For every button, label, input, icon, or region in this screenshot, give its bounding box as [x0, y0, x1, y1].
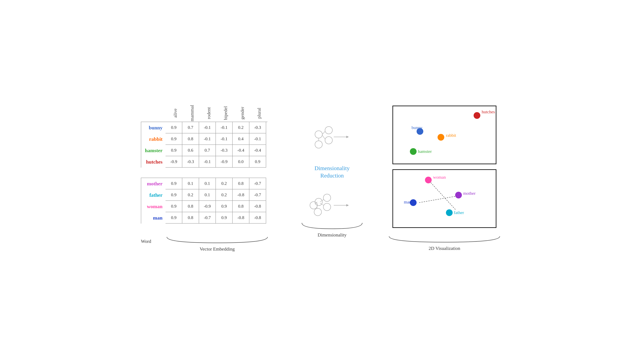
cell: -0.1 [250, 133, 266, 145]
svg-point-13 [310, 202, 317, 209]
svg-line-28 [419, 196, 458, 203]
animals-scatter-svg: hutches bunny rabbit hamster [393, 106, 497, 165]
cell: 0.9 [166, 189, 182, 201]
bottom-arrow-area [308, 193, 356, 220]
cell: 0.9 [166, 212, 182, 224]
cell: 0.6 [182, 145, 199, 156]
cell: 0.7 [199, 145, 216, 156]
brace-svg-dim [300, 221, 364, 231]
svg-text:mother: mother [463, 191, 476, 196]
rabbit-cells: 0.9 0.8 -0.1 -0.1 0.4 -0.1 [166, 133, 266, 145]
col-header-gender: gender [234, 106, 251, 121]
brace-svg-viz [388, 235, 502, 245]
svg-point-12 [314, 208, 322, 216]
cell: 0.9 [216, 201, 232, 212]
row-label-bunny: bunny [141, 125, 166, 131]
cell: 0.1 [199, 189, 216, 201]
cell: 0.7 [182, 122, 199, 133]
svg-text:rabbit: rabbit [446, 133, 456, 138]
cell: 0.8 [182, 212, 199, 224]
cell: -0.4 [232, 145, 250, 156]
svg-line-29 [429, 181, 456, 210]
people-table-wrapper: mother 0.9 0.1 0.1 0.2 0.8 -0.7 [141, 178, 266, 224]
father-cells: 0.9 0.2 0.1 0.2 -0.8 -0.7 [166, 189, 266, 201]
cell: -0.3 [250, 122, 266, 133]
word-label: Word [141, 235, 165, 244]
brace-svg-vector [165, 235, 269, 245]
cell: -0.9 [216, 156, 232, 168]
cell: -0.1 [199, 133, 216, 145]
svg-marker-8 [346, 136, 349, 138]
table-row: rabbit 0.9 0.8 -0.1 -0.1 0.4 -0.1 [141, 133, 268, 145]
viz-section: hutches bunny rabbit hamster [386, 106, 503, 251]
cell: 0.8 [182, 133, 199, 145]
cell: -0.7 [250, 189, 266, 201]
people-scatter-svg: woman mother man father [393, 170, 497, 229]
animals-table-with-headers: alive mammal rodent bipedel gender plura… [141, 106, 268, 168]
cell: 0.2 [216, 178, 232, 189]
table-row: woman 0.9 0.8 -0.9 0.9 0.8 -0.8 [141, 201, 266, 212]
content-row: alive mammal rodent bipedel gender plura… [37, 106, 607, 256]
table-row: bunny 0.9 0.7 -0.1 -0.1 0.2 -0.3 [141, 122, 268, 133]
col-header-mammal: mammal [184, 106, 200, 121]
svg-point-3 [315, 141, 322, 148]
row-label-hutches: hutches [141, 159, 166, 165]
svg-text:father: father [454, 210, 464, 215]
visualization-2d-label: 2D Visualization [429, 246, 460, 251]
cell: 0.9 [250, 156, 266, 168]
svg-marker-19 [346, 204, 349, 206]
table-row: mother 0.9 0.1 0.1 0.2 0.8 -0.7 [141, 178, 266, 189]
main-container: alive mammal rodent bipedel gender plura… [37, 22, 607, 340]
cell: -0.1 [199, 156, 216, 168]
col-header-plural: plural [251, 106, 268, 121]
cell: -0.8 [250, 201, 266, 212]
svg-point-0 [315, 131, 322, 138]
svg-text:man: man [404, 200, 412, 204]
hamster-cells: 0.9 0.6 0.7 -0.3 -0.4 -0.4 [166, 145, 266, 156]
cell: 0.2 [232, 122, 250, 133]
cell: 0.8 [182, 201, 199, 212]
cell: -0.7 [199, 212, 216, 224]
cell: 0.9 [166, 133, 182, 145]
cell: -0.3 [216, 145, 232, 156]
mother-cells: 0.9 0.1 0.1 0.2 0.8 -0.7 [166, 178, 266, 189]
dimensionality-label: Dimensionality [318, 232, 347, 238]
cell: -0.1 [216, 133, 232, 145]
people-table-with-headers: mother 0.9 0.1 0.1 0.2 0.8 -0.7 [141, 178, 266, 224]
cell: -0.3 [182, 156, 199, 168]
dr-label-line1: Dimensionality [314, 165, 350, 172]
svg-line-4 [322, 131, 325, 134]
dr-label-line2: Reduction [320, 172, 344, 179]
svg-point-1 [325, 126, 332, 134]
visualization-brace: 2D Visualization [388, 235, 502, 251]
svg-text:bunny: bunny [412, 125, 422, 130]
tables-section: alive mammal rodent bipedel gender plura… [141, 106, 275, 252]
viz-box-animals: hutches bunny rabbit hamster [392, 106, 496, 164]
cell: -0.8 [232, 212, 250, 224]
cell: -0.4 [250, 145, 266, 156]
svg-point-20 [474, 112, 480, 119]
hutches-cells: -0.9 -0.3 -0.1 -0.9 0.0 0.9 [166, 156, 266, 168]
bottom-labels-area: Word Vector Embedding [141, 235, 269, 252]
row-label-hamster: hamster [141, 148, 166, 153]
cell: 0.8 [232, 178, 250, 189]
cell: 0.2 [182, 189, 199, 201]
cell: -0.8 [232, 189, 250, 201]
viz-box-people: woman mother man father [392, 169, 496, 228]
svg-point-11 [323, 203, 331, 211]
vector-embedding-brace: Vector Embedding [165, 235, 269, 252]
vector-embedding-label: Vector Embedding [200, 246, 234, 252]
svg-text:hamster: hamster [418, 149, 432, 154]
dr-label-area: Dimensionality Reduction [314, 165, 350, 179]
svg-point-26 [410, 148, 416, 155]
arrow-diagram-bottom [308, 193, 356, 220]
cell: 0.1 [182, 178, 199, 189]
cell: 0.8 [232, 201, 250, 212]
cell: -0.7 [250, 178, 266, 189]
svg-point-32 [455, 192, 462, 198]
dimensionality-brace: Dimensionality [300, 221, 364, 238]
animals-col-headers-row: alive mammal rodent bipedel gender plura… [167, 106, 268, 121]
row-label-woman: woman [141, 204, 166, 209]
table-row: hutches -0.9 -0.3 -0.1 -0.9 0.0 0.9 [141, 156, 268, 168]
row-label-mother: mother [141, 181, 166, 187]
